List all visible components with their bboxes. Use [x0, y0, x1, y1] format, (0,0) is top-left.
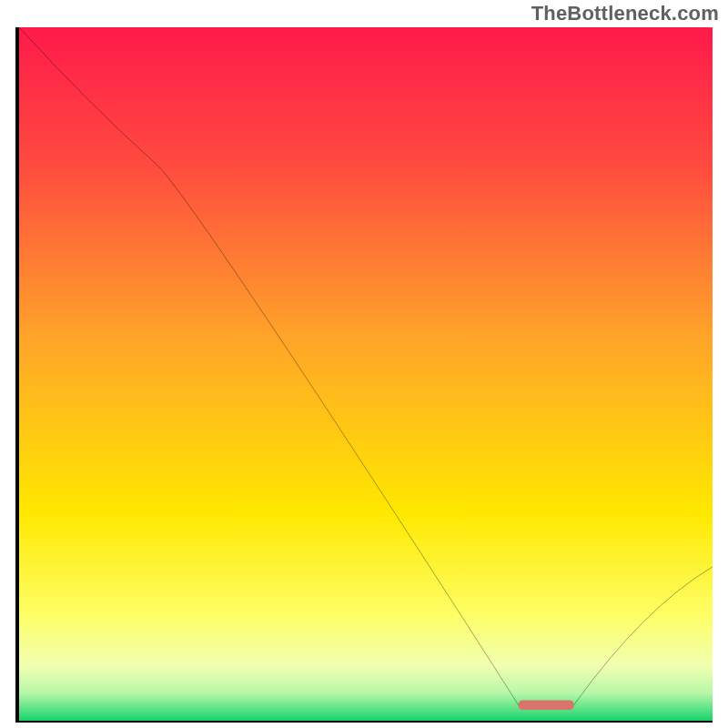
chart-overlay: [19, 27, 713, 719]
attribution-label: TheBottleneck.com: [531, 2, 719, 25]
plot-frame: [15, 27, 713, 723]
optimal-range-marker: [519, 700, 574, 710]
bottleneck-curve: [19, 27, 713, 705]
chart-container: TheBottleneck.com: [0, 0, 728, 728]
